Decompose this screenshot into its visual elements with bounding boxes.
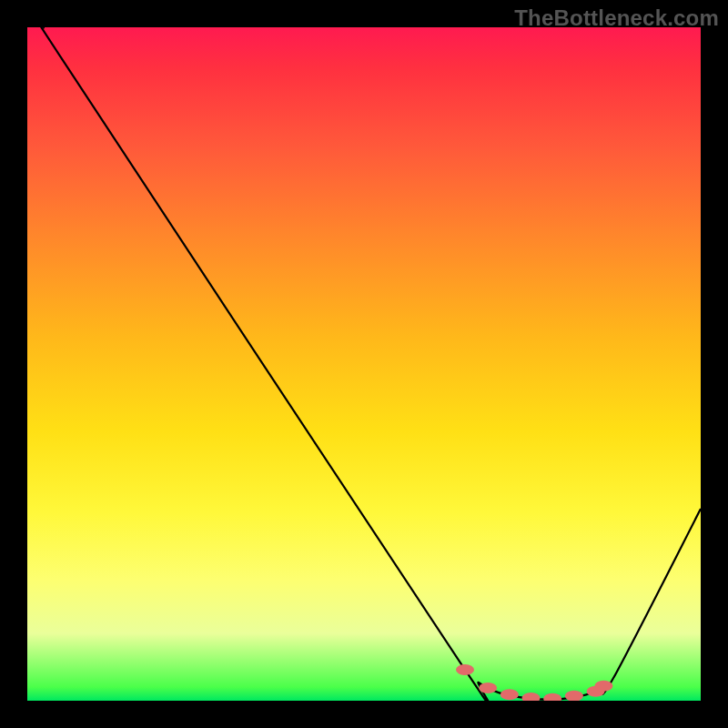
chart-svg — [27, 27, 701, 701]
curve-marker — [565, 691, 583, 701]
chart-frame: TheBottleneck.com — [0, 0, 728, 728]
bottleneck-curve — [29, 27, 701, 701]
curve-marker — [500, 689, 519, 700]
curve-marker — [543, 693, 561, 701]
curve-marker — [479, 682, 497, 693]
plot-area — [27, 27, 701, 701]
curve-marker — [456, 664, 474, 675]
curve-marker — [522, 693, 541, 701]
curve-marker — [594, 681, 612, 692]
